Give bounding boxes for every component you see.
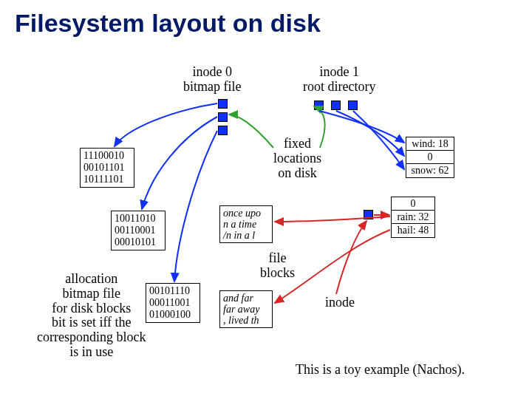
inode-entries: 0 rain: 32 hail: 48 <box>391 197 435 238</box>
label-alloc: allocation bitmap file for disk blocks b… <box>37 272 146 360</box>
bitmap1-r0: 10011010 <box>115 213 162 225</box>
inode1-blocks <box>314 100 358 110</box>
label-inode: inode <box>325 296 355 310</box>
bitmap0-r1: 00101101 <box>83 162 131 174</box>
bitmap1-r1: 00110001 <box>115 225 162 236</box>
footnote: This is a toy example (Nachos). <box>296 362 465 378</box>
inode0-ptr-0 <box>218 99 228 109</box>
label-fixed: fixed locations on disk <box>273 137 321 180</box>
file1-r0: and far <box>223 293 269 304</box>
label-fileblocks: file blocks <box>260 251 295 281</box>
inode1-ptr-2 <box>348 100 358 110</box>
bitmap0-r2: 10111101 <box>83 174 131 185</box>
bitmap2-r1: 00011001 <box>149 297 197 309</box>
bitmap-block-0: 11100010 00101101 10111101 <box>80 148 134 188</box>
inode-entry-2: hail: 48 <box>392 224 434 237</box>
slide-title: Filesystem layout on disk <box>15 9 321 38</box>
label-inode0: inode 0 bitmap file <box>183 65 241 95</box>
file0-r1: n a time <box>223 219 269 230</box>
label-inode1: inode 1 root directory <box>303 65 375 95</box>
inode0-blocks <box>218 99 228 135</box>
inode0-ptr-1 <box>218 112 228 122</box>
file0-r2: /n in a l <box>223 230 269 241</box>
bitmap-block-1: 10011010 00110001 00010101 <box>111 211 166 250</box>
inode-entry-0: 0 <box>392 197 434 211</box>
inode1-ptr-1 <box>331 100 341 110</box>
bitmap-block-2: 00101110 00011001 01000100 <box>146 283 200 323</box>
file-block-1: and far far away , lived th <box>219 290 273 328</box>
file0-r0: once upo <box>223 208 269 219</box>
bitmap1-r2: 00010101 <box>115 236 162 248</box>
rootdir-entry-1: 0 <box>406 151 454 164</box>
bitmap2-r0: 00101110 <box>149 285 197 297</box>
file1-r2: , lived th <box>223 315 269 326</box>
inode1-ptr-0 <box>314 100 324 110</box>
file1-r1: far away <box>223 304 269 315</box>
inode0-ptr-2 <box>218 126 228 135</box>
bitmap2-r2: 01000100 <box>149 309 197 321</box>
inode-entry-1: rain: 32 <box>392 211 434 224</box>
bitmap0-r0: 11100010 <box>83 150 131 162</box>
rootdir-entry-0: wind: 18 <box>406 137 454 151</box>
rootdir-entry-2: snow: 62 <box>406 164 454 177</box>
slide: Filesystem layout on disk inode 0 bitmap… <box>0 0 532 399</box>
inode-square <box>364 210 373 219</box>
rootdir-entries: wind: 18 0 snow: 62 <box>406 137 454 178</box>
file-block-0: once upo n a time /n in a l <box>219 205 273 243</box>
